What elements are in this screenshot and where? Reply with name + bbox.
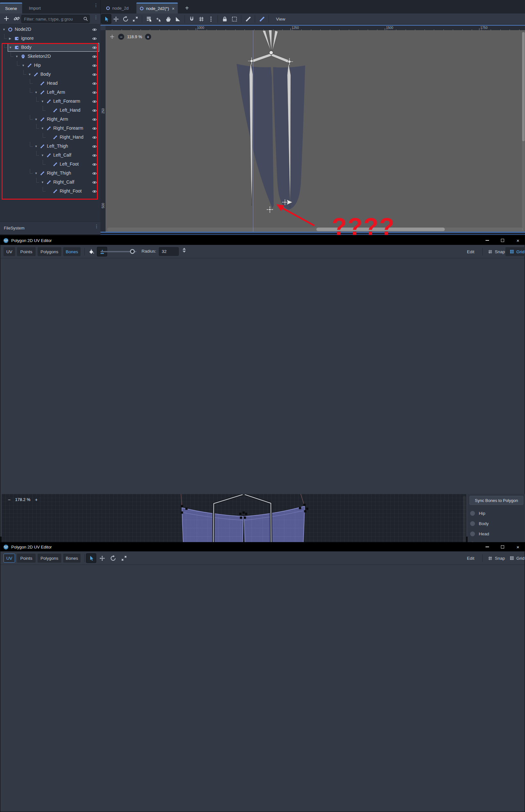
pan-tool-icon[interactable] <box>163 14 173 24</box>
bone-radio-body[interactable]: Body <box>470 518 524 529</box>
tab-bones[interactable]: Bones <box>63 554 80 562</box>
v-scrollbar-handle[interactable] <box>522 32 525 141</box>
visibility-eye-icon[interactable] <box>92 99 97 104</box>
visibility-eye-icon[interactable] <box>92 81 97 86</box>
expand-arrow-icon[interactable]: ▼ <box>41 154 44 157</box>
expand-arrow-icon[interactable]: ▼ <box>22 64 25 67</box>
grid-toggle[interactable]: Grid <box>506 554 525 562</box>
expand-arrow-icon[interactable]: ▼ <box>28 73 31 76</box>
slider-handle[interactable] <box>130 249 135 254</box>
tree-row-ignore[interactable]: ▶ignore <box>0 34 101 43</box>
tree-row-left_forearm[interactable]: ▼Left_Forearm <box>0 97 101 106</box>
scale-tool-icon[interactable] <box>119 554 129 562</box>
scene-filter-input[interactable] <box>21 15 90 23</box>
expand-arrow-icon[interactable]: ▼ <box>35 145 38 148</box>
expand-arrow-icon[interactable]: ▼ <box>41 100 44 103</box>
instance-scene-button[interactable] <box>13 15 20 24</box>
expand-arrow-icon[interactable]: ▼ <box>9 46 12 49</box>
sync-bones-button[interactable]: Sync Bones to Polygon <box>469 496 523 505</box>
visibility-eye-icon[interactable] <box>92 189 97 194</box>
radio-icon[interactable] <box>470 511 475 516</box>
scale-tool-icon[interactable] <box>130 14 140 24</box>
h-scrollbar-track[interactable] <box>107 228 523 231</box>
lock-tool-icon[interactable] <box>220 14 229 24</box>
zoom-out-button[interactable]: − <box>6 497 12 502</box>
spinbox-arrows-icon[interactable] <box>183 248 186 253</box>
expand-arrow-icon[interactable]: ▶ <box>9 37 11 40</box>
expand-arrow-icon[interactable]: ▼ <box>15 55 18 58</box>
tree-row-right_forearm[interactable]: ▼Right_Forearm <box>0 124 101 133</box>
zoom-level[interactable]: 178.2 % <box>15 497 30 502</box>
snap-pixel-tool-icon[interactable] <box>154 14 163 24</box>
tree-row-left_thigh[interactable]: ▼Left_Thigh <box>0 142 101 151</box>
visibility-eye-icon[interactable] <box>92 126 97 131</box>
visibility-eye-icon[interactable] <box>92 45 97 50</box>
ruler-tool-icon[interactable] <box>173 14 183 24</box>
rotate-tool-icon[interactable] <box>108 554 118 562</box>
add-node-button[interactable] <box>3 15 10 24</box>
bucket-tool-icon[interactable] <box>86 247 96 256</box>
zoom-in-button[interactable]: + <box>145 34 151 40</box>
zoom-in-button[interactable]: + <box>33 497 40 502</box>
close-tab-icon[interactable]: × <box>172 6 175 11</box>
expand-arrow-icon[interactable]: ▼ <box>35 91 38 94</box>
snap-options-tool-icon[interactable] <box>206 14 216 24</box>
tab-uv[interactable]: UV <box>3 554 15 562</box>
tree-menu-dots-icon[interactable]: ⋮ <box>94 17 98 18</box>
expand-arrow-icon[interactable]: ▼ <box>35 118 38 121</box>
tree-row-left_arm[interactable]: ▼Left_Arm <box>0 88 101 97</box>
center-view-icon[interactable] <box>109 34 115 40</box>
edit-menu[interactable]: Edit <box>463 247 478 256</box>
radio-icon[interactable] <box>470 521 475 526</box>
visibility-eye-icon[interactable] <box>92 153 97 158</box>
tree-row-node2d[interactable]: ▼Node2D <box>0 25 101 34</box>
visibility-eye-icon[interactable] <box>92 171 97 176</box>
tree-row-hip[interactable]: ▼Hip <box>0 61 101 70</box>
grid-toggle[interactable]: Grid <box>506 247 525 256</box>
snap-toggle[interactable]: Snap <box>484 554 509 562</box>
tree-row-skeleton2d[interactable]: ▼Skeleton2D <box>0 52 101 61</box>
select-tool-icon[interactable] <box>86 554 96 562</box>
visibility-eye-icon[interactable] <box>92 63 97 69</box>
maximize-button[interactable] <box>499 544 506 550</box>
visibility-eye-icon[interactable] <box>92 36 97 41</box>
rotate-tool-icon[interactable] <box>121 14 130 24</box>
bone-tool-icon[interactable] <box>243 14 253 24</box>
visibility-eye-icon[interactable] <box>92 135 97 140</box>
snap-toggle[interactable]: Snap <box>484 247 509 256</box>
dock-menu-dots-icon[interactable]: ⋮ <box>94 4 98 6</box>
tree-row-left_foot[interactable]: Left_Foot <box>0 160 101 169</box>
visibility-eye-icon[interactable] <box>92 117 97 122</box>
tree-row-right_hand[interactable]: Right_Hand <box>0 133 101 142</box>
expand-arrow-icon[interactable]: ▼ <box>35 172 38 175</box>
move-tool-icon[interactable] <box>97 554 107 562</box>
edit-menu[interactable]: Edit <box>463 554 478 562</box>
dock-tab-scene[interactable]: Scene <box>0 3 22 14</box>
minimize-button[interactable] <box>484 238 491 243</box>
filesystem-bar[interactable]: FileSystem ⋮ <box>0 222 101 235</box>
visibility-eye-icon[interactable] <box>92 180 97 185</box>
visibility-eye-icon[interactable] <box>92 90 97 95</box>
visibility-eye-icon[interactable] <box>92 144 97 149</box>
tree-row-right_calf[interactable]: ▼Right_Calf <box>0 178 101 187</box>
visibility-eye-icon[interactable] <box>92 27 97 32</box>
tab-uv[interactable]: UV <box>3 247 15 256</box>
grid-snap-tool-icon[interactable] <box>196 14 206 24</box>
maximize-button[interactable] <box>499 238 506 243</box>
visibility-eye-icon[interactable] <box>92 108 97 113</box>
list-select-tool-icon[interactable] <box>144 14 154 24</box>
tree-row-left_hand[interactable]: Left_Hand <box>0 106 101 115</box>
visibility-eye-icon[interactable] <box>92 162 97 167</box>
move-tool-icon[interactable] <box>111 14 121 24</box>
radius-spinbox[interactable]: 32 <box>159 247 179 256</box>
titlebar[interactable]: Polygon 2D UV Editor × <box>0 542 525 552</box>
zoom-level[interactable]: 118.9 % <box>127 34 142 39</box>
close-button[interactable]: × <box>514 544 522 550</box>
visibility-eye-icon[interactable] <box>92 54 97 59</box>
filesystem-dots-icon[interactable]: ⋮ <box>94 226 99 227</box>
tree-row-body[interactable]: ▼Body <box>0 43 101 52</box>
minimize-button[interactable] <box>484 544 491 550</box>
tree-row-right_foot[interactable]: Right_Foot <box>0 187 101 196</box>
radio-icon[interactable] <box>470 531 475 536</box>
view-menu[interactable]: View <box>272 14 289 24</box>
